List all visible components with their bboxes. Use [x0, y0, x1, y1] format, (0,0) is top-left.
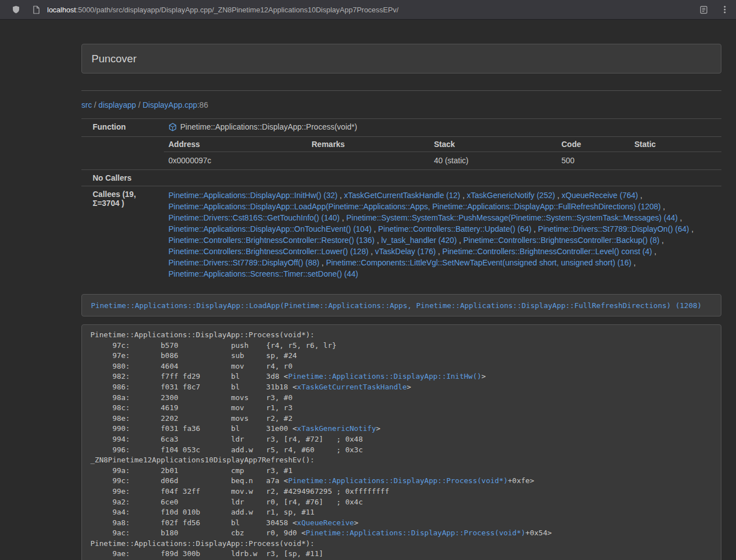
callees-list: Pinetime::Applications::DisplayApp::Init…	[163, 186, 721, 283]
function-symbol-icon	[168, 123, 177, 133]
code-symbol-link[interactable]: Pinetime::Applications::DisplayApp::Proc…	[306, 529, 525, 537]
callee-link[interactable]: Pinetime::Drivers::St7789::DisplayOn() (…	[538, 224, 689, 233]
code-line: 980: 4604 mov r4, r0	[90, 361, 712, 372]
callee-link[interactable]: Pinetime::Components::LittleVgl::SetNewT…	[326, 258, 632, 267]
browser-toolbar: localhost:5000/path/src/displayapp/Displ…	[0, 0, 736, 20]
code-symbol-link[interactable]: Pinetime::Applications::DisplayApp::Init…	[288, 372, 481, 380]
callee-link[interactable]: Pinetime::Controllers::BrightnessControl…	[463, 236, 659, 245]
callee-link[interactable]: Pinetime::Controllers::BrightnessControl…	[442, 247, 652, 256]
function-table: Function Pinetime::Applications::Display…	[81, 118, 721, 283]
reader-mode-icon[interactable]	[697, 3, 710, 16]
callees-row: Callees (19, Σ=3704 ) Pinetime::Applicat…	[81, 186, 721, 283]
url-path: :5000/path/src/displayapp/DisplayApp.cpp…	[76, 6, 399, 14]
stats-header: Address	[164, 137, 307, 152]
breadcrumb-displayapp-link[interactable]: displayapp	[98, 100, 136, 109]
code-line: 990: f031 fa36 bl 31e00 <xTaskGenericNot…	[90, 424, 712, 434]
callee-link[interactable]: Pinetime::Drivers::Cst816S::GetTouchInfo…	[168, 213, 340, 222]
code-line: 98c: 4619 mov r1, r3	[90, 403, 712, 414]
code-line: 98a: 2300 movs r3, #0	[90, 393, 712, 403]
callee-link[interactable]: vTaskDelay (176)	[375, 247, 436, 256]
stats-value: 500	[557, 152, 630, 170]
callee-link[interactable]: Pinetime::Controllers::BrightnessControl…	[168, 236, 374, 245]
stats-header: Static	[630, 137, 721, 152]
code-symbol-link[interactable]: xTaskGetCurrentTaskHandle	[297, 383, 407, 391]
callee-link[interactable]: Pinetime::Controllers::Battery::Update()…	[378, 224, 532, 233]
code-symbol-link[interactable]: xTaskGenericNotify	[297, 424, 376, 433]
divider	[81, 90, 721, 91]
stats-value	[630, 152, 721, 170]
code-line: 9a8: f02f fd56 bl 30458 <xQueueReceive>	[90, 518, 712, 529]
code-line: 994: 6ca3 ldr r3, [r4, #72] ; 0x48	[90, 434, 712, 445]
callee-link[interactable]: Pinetime::Applications::Screens::Timer::…	[168, 269, 358, 278]
page-title: Puncover	[81, 44, 721, 74]
breadcrumb-separator: /	[92, 100, 99, 109]
callee-link[interactable]: xQueueReceive (764)	[561, 191, 638, 200]
code-line: 9ae: f89d 300b ldrb.w r3, [sp, #11]	[90, 549, 712, 559]
stats-value: 0x0000097c	[164, 152, 307, 170]
stats-header-row: AddressRemarksStackCodeStatic	[164, 137, 721, 152]
stats-header: Code	[557, 137, 630, 152]
code-line: 97c: b570 push {r4, r5, r6, lr}	[90, 341, 712, 351]
no-callers-row: No Callers	[81, 170, 721, 186]
stats-row-spacer	[81, 137, 163, 170]
stats-value-row: 0x0000097c40 (static)500	[164, 152, 721, 170]
callee-link[interactable]: lv_task_handler (420)	[381, 236, 457, 245]
code-line: 9ac: b180 cbz r0, 9d0 <Pinetime::Applica…	[90, 528, 712, 539]
stats-row: AddressRemarksStackCodeStatic 0x0000097c…	[81, 137, 721, 170]
page-info-icon[interactable]	[29, 3, 43, 16]
callees-label: Callees (19, Σ=3704 )	[81, 186, 163, 283]
breadcrumb-separator: /	[136, 100, 143, 109]
code-line: 99e: f04f 32ff mov.w r2, #4294967295 ; 0…	[90, 486, 712, 497]
function-label: Function	[81, 119, 163, 137]
breadcrumb-line-number: :86	[197, 100, 208, 109]
stats-header: Remarks	[307, 137, 429, 152]
stats-value	[307, 152, 429, 170]
no-callers-label: No Callers	[81, 170, 163, 186]
callee-link[interactable]: xTaskGetCurrentTaskHandle (12)	[344, 191, 460, 200]
highlight-panel: Pinetime::Applications::DisplayApp::Load…	[81, 294, 721, 316]
code-symbol-link[interactable]: Pinetime::Applications::DisplayApp::Proc…	[288, 476, 508, 485]
code-line: 99a: 2b01 cmp r3, #1	[90, 466, 712, 476]
callee-link[interactable]: Pinetime::Applications::DisplayApp::Init…	[168, 191, 337, 200]
stats-table: AddressRemarksStackCodeStatic 0x0000097c…	[164, 137, 721, 169]
breadcrumb: src / displayapp / DisplayApp.cpp:86	[81, 99, 721, 111]
stats-header: Stack	[429, 137, 557, 152]
code-line: Pinetime::Applications::DisplayApp::Proc…	[90, 539, 712, 549]
highlight-callee-link[interactable]: Pinetime::Applications::DisplayApp::Load…	[91, 301, 702, 310]
callee-link[interactable]: Pinetime::System::SystemTask::PushMessag…	[346, 213, 678, 222]
code-line: 996: f104 053c add.w r5, r4, #60 ; 0x3c	[90, 445, 712, 456]
callee-link[interactable]: Pinetime::Controllers::BrightnessControl…	[168, 247, 368, 256]
callee-link[interactable]: xTaskGenericNotify (252)	[467, 191, 555, 200]
code-line: 986: f031 f8c7 bl 31b18 <xTaskGetCurrent…	[90, 382, 712, 393]
stats-value: 40 (static)	[429, 152, 557, 170]
url-bar[interactable]: localhost:5000/path/src/displayapp/Displ…	[47, 6, 399, 14]
code-line: 98e: 2202 movs r2, #2	[90, 414, 712, 424]
page-content: Puncover src / displayapp / DisplayApp.c…	[81, 44, 721, 560]
code-symbol-link[interactable]: xQueueReceive	[297, 518, 354, 527]
url-domain: localhost	[47, 6, 76, 14]
breadcrumb-src-link[interactable]: src	[81, 100, 92, 109]
callee-link[interactable]: Pinetime::Drivers::St7789::DisplayOff() …	[168, 258, 319, 267]
disassembly-block: Pinetime::Applications::DisplayApp::Proc…	[81, 324, 721, 560]
menu-kebab-icon[interactable]	[718, 3, 732, 16]
code-line: 99c: d06d beq.n a7a <Pinetime::Applicati…	[90, 476, 712, 486]
code-line: 9a4: f10d 010b add.w r1, sp, #11	[90, 507, 712, 518]
code-line: 97e: b086 sub sp, #24	[90, 351, 712, 361]
code-line: _ZN8Pinetime12Applications10DisplayApp7R…	[90, 455, 712, 466]
code-line: Pinetime::Applications::DisplayApp::Proc…	[90, 330, 712, 341]
code-line: 982: f7ff fd29 bl 3d8 <Pinetime::Applica…	[90, 371, 712, 382]
tracking-protection-shield-icon[interactable]	[9, 3, 22, 16]
function-row: Function Pinetime::Applications::Display…	[81, 119, 721, 137]
function-name: Pinetime::Applications::DisplayApp::Proc…	[180, 122, 357, 131]
callee-link[interactable]: Pinetime::Applications::DisplayApp::Load…	[168, 202, 661, 211]
callee-link[interactable]: Pinetime::Applications::DisplayApp::OnTo…	[168, 224, 372, 233]
code-line: 9a2: 6ce0 ldr r0, [r4, #76] ; 0x4c	[90, 497, 712, 508]
breadcrumb-file-link[interactable]: DisplayApp.cpp	[143, 100, 197, 109]
